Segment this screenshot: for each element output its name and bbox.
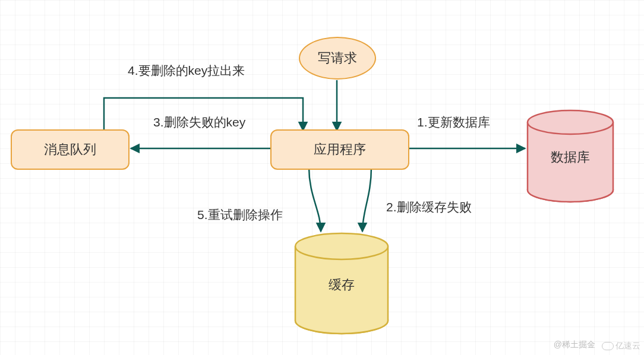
cloud-icon [602, 342, 614, 350]
edge-4-label: 4.要删除的key拉出来 [128, 62, 245, 79]
edge-5 [309, 167, 321, 232]
node-message-queue: 消息队列 [11, 129, 130, 170]
edge-5-label: 5.重试删除操作 [197, 207, 283, 223]
edge-1-label: 1.更新数据库 [417, 114, 490, 131]
node-cache-label: 缓存 [329, 276, 355, 294]
edge-2-label: 2.删除缓存失败 [386, 199, 472, 215]
node-cache: 缓存 [295, 255, 388, 315]
node-application-label: 应用程序 [314, 141, 366, 159]
node-application: 应用程序 [270, 129, 409, 170]
node-write-request-label: 写请求 [318, 49, 357, 67]
watermark-yisuyun: 亿速云 [602, 341, 640, 351]
node-message-queue-label: 消息队列 [44, 141, 96, 159]
edge-3-label: 3.删除失败的key [153, 114, 245, 131]
watermark-yisuyun-label: 亿速云 [615, 341, 640, 351]
diagram-canvas: 写请求 消息队列 应用程序 数据库 缓存 1.更新数据库 2.删除缓存失败 3.… [0, 0, 644, 355]
edge-2 [362, 167, 371, 232]
node-write-request: 写请求 [299, 37, 376, 80]
watermark-juejin: @稀土掘金 [554, 340, 595, 350]
node-database-label: 数据库 [551, 148, 590, 166]
node-database: 数据库 [528, 131, 613, 184]
